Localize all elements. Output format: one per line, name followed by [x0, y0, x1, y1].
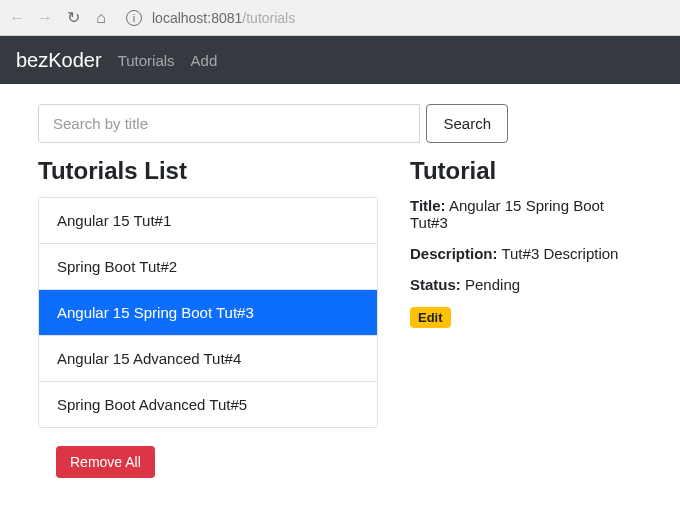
edit-button[interactable]: Edit [410, 307, 451, 328]
remove-all-button[interactable]: Remove All [56, 446, 155, 478]
detail-desc-label: Description: [410, 245, 498, 262]
detail-desc-row: Description: Tut#3 Description [410, 245, 642, 262]
brand[interactable]: bezKoder [16, 49, 102, 72]
info-icon[interactable]: i [126, 10, 142, 26]
search-input[interactable] [38, 104, 420, 143]
list-item[interactable]: Angular 15 Advanced Tut#4 [39, 336, 377, 382]
forward-icon[interactable]: → [36, 9, 54, 27]
tutorials-list: Angular 15 Tut#1Spring Boot Tut#2Angular… [38, 197, 378, 428]
detail-column: Tutorial Title: Angular 15 Spring Boot T… [410, 157, 642, 478]
nav-link-add[interactable]: Add [191, 52, 218, 69]
detail-status-row: Status: Pending [410, 276, 642, 293]
detail-status-value: Pending [465, 276, 520, 293]
list-heading: Tutorials List [38, 157, 378, 185]
search-button[interactable]: Search [426, 104, 508, 143]
app-navbar: bezKoder Tutorials Add [0, 36, 680, 84]
detail-title-row: Title: Angular 15 Spring Boot Tut#3 [410, 197, 642, 231]
url-port: 8081 [211, 10, 242, 26]
main-container: Search Tutorials List Angular 15 Tut#1Sp… [0, 84, 680, 498]
detail-title-label: Title: [410, 197, 446, 214]
detail-heading: Tutorial [410, 157, 642, 185]
tutorials-column: Tutorials List Angular 15 Tut#1Spring Bo… [38, 157, 378, 478]
detail-desc-value: Tut#3 Description [501, 245, 618, 262]
list-item[interactable]: Spring Boot Advanced Tut#5 [39, 382, 377, 427]
list-item[interactable]: Angular 15 Tut#1 [39, 198, 377, 244]
detail-status-label: Status: [410, 276, 461, 293]
back-icon[interactable]: ← [8, 9, 26, 27]
url-host: localhost: [152, 10, 211, 26]
url-path: /tutorials [242, 10, 295, 26]
list-item[interactable]: Angular 15 Spring Boot Tut#3 [39, 290, 377, 336]
reload-icon[interactable]: ↻ [64, 8, 82, 27]
list-item[interactable]: Spring Boot Tut#2 [39, 244, 377, 290]
search-row: Search [38, 104, 508, 143]
nav-link-tutorials[interactable]: Tutorials [118, 52, 175, 69]
url-display[interactable]: localhost:8081/tutorials [152, 9, 295, 27]
home-icon[interactable]: ⌂ [92, 9, 110, 27]
browser-toolbar: ← → ↻ ⌂ i localhost:8081/tutorials [0, 0, 680, 36]
